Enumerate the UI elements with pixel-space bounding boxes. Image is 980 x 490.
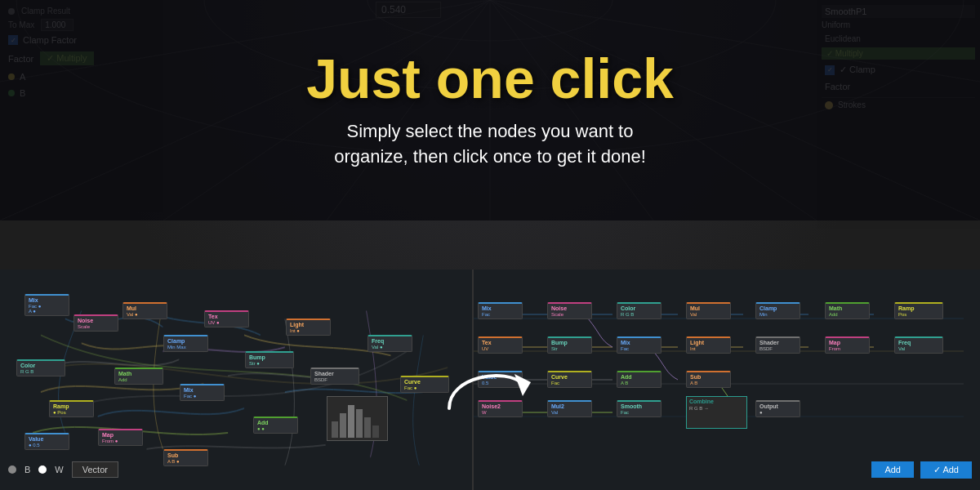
after-node-16: CurveFac — [547, 371, 592, 388]
arrow-container — [441, 359, 539, 425]
svg-rect-16 — [364, 417, 371, 438]
bottom-bar: B W Vector Add ✓ Add — [0, 449, 980, 490]
before-histogram — [327, 396, 388, 441]
after-node-4: MulVal — [686, 302, 731, 319]
vector-dropdown[interactable]: Vector — [72, 461, 118, 478]
before-node-8: Tex UV ● — [204, 310, 249, 327]
bottom-dot-1 — [8, 466, 16, 474]
before-node-17: Add ● ● — [253, 416, 298, 434]
after-node-8: TexUV — [478, 336, 523, 354]
after-node-9: BumpStr — [547, 336, 592, 354]
after-node-22: Output● — [755, 400, 800, 417]
after-node-7: RampPos — [894, 302, 943, 319]
after-node-2: NoiseScale — [547, 302, 592, 319]
w-label: W — [55, 465, 63, 474]
after-node-13: MapFrom — [825, 336, 870, 354]
after-node-5: ClampMin — [755, 302, 800, 319]
after-node-3: ColorR G B — [617, 302, 662, 319]
svg-rect-17 — [372, 425, 379, 438]
before-node-7: Ramp ● Pos — [49, 400, 94, 417]
after-wide-node: Combine R G B → — [686, 396, 747, 429]
svg-rect-12 — [332, 421, 338, 438]
subtitle-line2: organize, then click once to get it done… — [334, 146, 646, 167]
subtitle-line1: Simply select the nodes you want to — [347, 121, 634, 141]
after-node-12: ShaderBSDF — [755, 336, 800, 354]
add2-button[interactable]: ✓ Add — [920, 461, 972, 479]
before-node-4: Mul Val ● — [122, 302, 167, 319]
before-node-1: Mix Fac ●A ● — [24, 294, 69, 316]
vector-label: Vector — [82, 465, 108, 474]
after-node-17: AddA B — [617, 371, 662, 388]
before-node-2: Noise Scale — [74, 314, 118, 332]
after-node-20: Mul2Val — [547, 400, 592, 417]
before-node-13: Value ● 0.5 — [24, 433, 69, 450]
after-node-6: MathAdd — [825, 302, 870, 319]
after-node-21: SmoothFac — [617, 400, 662, 417]
svg-rect-13 — [340, 413, 346, 438]
b-label: B — [24, 465, 30, 474]
before-node-12: Shader BSDF — [310, 368, 359, 385]
main-title: Just one click — [306, 51, 674, 106]
before-node-11: Light Int ● — [286, 318, 331, 336]
right-bottom-btns: Add ✓ Add — [871, 461, 972, 479]
after-node-14: FreqVal — [894, 336, 943, 354]
arrow-svg — [441, 359, 539, 425]
svg-rect-14 — [348, 405, 354, 438]
after-node-1: MixFac — [478, 302, 523, 319]
after-node-18: SubA B — [686, 371, 731, 388]
svg-rect-15 — [356, 409, 363, 438]
before-node-10: Mix Fac ● — [180, 384, 225, 401]
after-node-11: LightInt — [686, 336, 731, 354]
subtitle: Simply select the nodes you want to orga… — [334, 119, 646, 170]
bottom-dot-2 — [38, 466, 47, 474]
before-node-6: Math Add — [114, 368, 163, 385]
before-node-5: Clamp Min Max — [163, 335, 208, 352]
before-node-15: Freq Val ● — [368, 335, 412, 352]
center-overlay: Just one click Simply select the nodes y… — [0, 0, 980, 220]
svg-marker-18 — [514, 374, 531, 396]
add-button[interactable]: Add — [871, 461, 914, 478]
before-node-14: Map From ● — [98, 429, 143, 446]
before-node-9: Bump Str ● — [245, 351, 294, 368]
after-node-10: MixFac — [617, 336, 662, 354]
before-node-3: Color R G B — [16, 359, 65, 376]
